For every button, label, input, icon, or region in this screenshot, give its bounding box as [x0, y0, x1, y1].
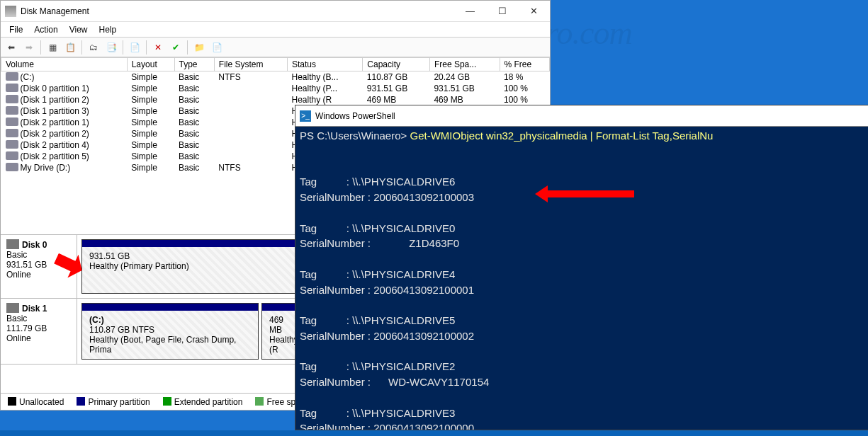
partition-box[interactable]: 931.51 GBHealthy (Primary Partition)	[81, 239, 301, 294]
column-header[interactable]: Status	[287, 58, 362, 71]
column-header[interactable]: Type	[174, 58, 214, 71]
back-icon[interactable]: ⬅	[4, 40, 19, 55]
menu-file[interactable]: File	[5, 23, 27, 36]
volume-icon	[6, 117, 18, 126]
powershell-window: >_ Windows PowerShell PS C:\Users\Winaer…	[295, 105, 868, 430]
menu-help[interactable]: Help	[95, 23, 121, 36]
toolbar: ⬅ ➡ ▦ 📋 🗂 📑 📄 ✕ ✔ 📁 📄	[1, 38, 550, 57]
taskbar-sliver	[0, 430, 868, 436]
column-header[interactable]: Capacity	[363, 58, 430, 71]
new-icon[interactable]: 📄	[209, 40, 225, 55]
minimize-button[interactable]: —	[454, 1, 486, 21]
volume-icon	[6, 151, 18, 160]
properties-icon[interactable]: 📑	[103, 40, 119, 55]
list-icon[interactable]: 📋	[62, 40, 78, 55]
action1-icon[interactable]: 📄	[127, 40, 142, 55]
delete-icon[interactable]: ✕	[150, 40, 166, 55]
column-header[interactable]: % Free	[500, 58, 550, 71]
menubar: File Action View Help	[1, 22, 550, 38]
legend-item: Unallocated	[8, 397, 64, 407]
volume-row[interactable]: (Disk 0 partition 1)SimpleBasicHealthy (…	[1, 83, 550, 94]
volume-icon	[6, 163, 18, 171]
grid-icon[interactable]: ▦	[45, 40, 60, 55]
ps-title-text: Windows PowerShell	[315, 111, 395, 121]
window-title: Disk Management	[21, 6, 454, 16]
close-button[interactable]: ✕	[518, 1, 550, 21]
partition-box[interactable]: (C:)110.87 GB NTFSHealthy (Boot, Page Fi…	[81, 303, 259, 360]
disk-header[interactable]: Disk 0Basic931.51 GBOnline	[1, 235, 77, 298]
menu-view[interactable]: View	[65, 23, 92, 36]
maximize-button[interactable]: ☐	[486, 1, 518, 21]
volume-icon	[6, 129, 18, 137]
column-header[interactable]: File System	[214, 58, 287, 71]
volume-icon	[6, 95, 18, 103]
column-header[interactable]: Free Spa...	[429, 58, 500, 71]
volume-icon	[6, 140, 18, 149]
volume-row[interactable]: (C:)SimpleBasicNTFSHealthy (B...110.87 G…	[1, 71, 550, 84]
disk-icon	[6, 303, 19, 313]
folder-icon[interactable]: 📁	[191, 40, 207, 55]
menu-action[interactable]: Action	[30, 23, 62, 36]
column-header[interactable]: Volume	[1, 58, 128, 71]
volume-icon	[6, 106, 18, 115]
diskmgmt-icon	[5, 6, 16, 17]
volume-row[interactable]: (Disk 1 partition 2)SimpleBasicHealthy (…	[1, 94, 550, 105]
ps-output[interactable]: PS C:\Users\Winaero> Get-WMIObject win32…	[295, 127, 868, 430]
disk-icon	[6, 239, 19, 249]
titlebar[interactable]: Disk Management — ☐ ✕	[1, 1, 550, 22]
volume-icon	[6, 72, 18, 81]
legend-item: Primary partition	[77, 397, 150, 407]
ps-titlebar[interactable]: >_ Windows PowerShell	[295, 105, 868, 127]
forward-icon[interactable]: ➡	[21, 40, 37, 55]
legend-item: Extended partition	[163, 397, 243, 407]
disk-header[interactable]: Disk 1Basic111.79 GBOnline	[1, 299, 77, 364]
refresh-icon[interactable]: 🗂	[86, 40, 101, 55]
volume-icon	[6, 84, 18, 92]
powershell-icon: >_	[300, 110, 311, 122]
check-icon[interactable]: ✔	[168, 40, 184, 55]
column-header[interactable]: Layout	[127, 58, 174, 71]
